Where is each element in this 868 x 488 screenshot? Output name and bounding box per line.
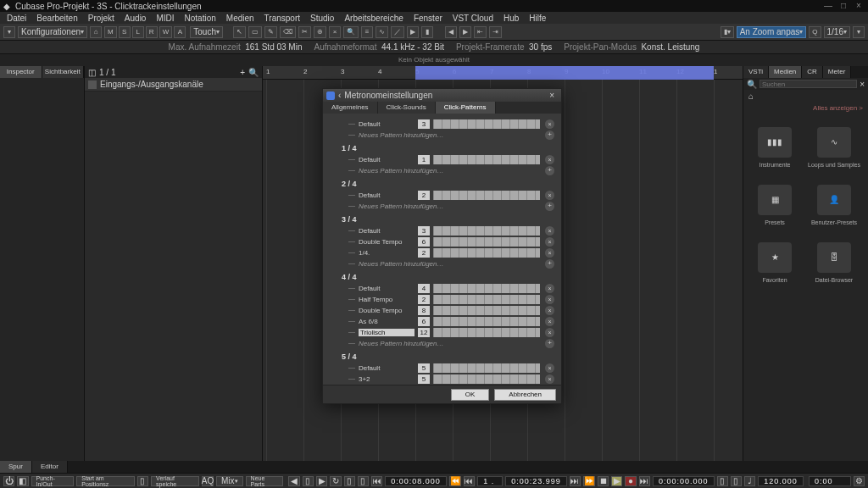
menu-vst cloud[interactable]: VST Cloud xyxy=(448,14,498,23)
delete-pattern-icon[interactable]: × xyxy=(545,226,554,236)
pattern-name[interactable]: As 6/8 xyxy=(359,318,415,325)
track-search-icon[interactable]: 🔍 xyxy=(248,68,259,77)
clear-search-icon[interactable]: × xyxy=(860,80,865,89)
pattern-row[interactable]: Triolisch12× xyxy=(348,327,554,338)
dialog-tab-0[interactable]: Allgemeines xyxy=(323,102,378,114)
menu-bearbeiten[interactable]: Bearbeiten xyxy=(31,14,82,23)
constrain-icon[interactable]: ◧ xyxy=(17,476,28,486)
add-pattern-row[interactable]: Neues Pattern hinzufügen…+ xyxy=(348,201,554,212)
menu-transport[interactable]: Transport xyxy=(259,14,305,23)
play-icon[interactable]: ▶ xyxy=(611,476,622,486)
quantize-label[interactable]: Q xyxy=(809,26,821,38)
goto-start-icon[interactable]: ⏮ xyxy=(371,476,382,486)
menu-projekt[interactable]: Projekt xyxy=(83,14,120,23)
pattern-preview[interactable] xyxy=(433,237,540,247)
marker-prev-icon[interactable]: ▯ xyxy=(344,476,355,486)
maximize-button[interactable]: □ xyxy=(837,2,849,10)
cancel-button[interactable]: Abbrechen xyxy=(494,389,556,401)
visibility-icon[interactable]: ◫ xyxy=(88,68,96,77)
tempo-icon[interactable]: ♩ xyxy=(744,476,755,486)
media-tile-fav[interactable]: ★Favoriten xyxy=(747,236,803,290)
history-toggle[interactable]: ▾ xyxy=(3,26,15,38)
tab-meter[interactable]: Meter xyxy=(823,66,851,78)
pattern-preview[interactable] xyxy=(433,191,540,200)
pattern-preview[interactable] xyxy=(433,155,540,164)
pattern-count[interactable]: 2 xyxy=(418,248,430,258)
toolbar-l[interactable]: L xyxy=(132,26,144,38)
nudge-left[interactable]: ◀ xyxy=(445,26,457,38)
delete-pattern-icon[interactable]: × xyxy=(545,155,554,164)
power-icon[interactable]: ⏻ xyxy=(3,476,14,486)
pattern-row[interactable]: Default2× xyxy=(348,190,554,201)
dialog-back-icon[interactable]: ‹ xyxy=(338,91,341,100)
prev-icon[interactable]: ⏮ xyxy=(464,476,475,486)
ok-button[interactable]: OK xyxy=(451,389,490,401)
pattern-name[interactable]: Default xyxy=(359,227,415,235)
erase-tool[interactable]: ⌫ xyxy=(280,26,296,38)
pattern-preview[interactable] xyxy=(433,374,540,384)
pattern-name[interactable]: 1/4. xyxy=(359,249,415,257)
position-bar-display[interactable]: 1 . xyxy=(477,476,503,486)
next-icon[interactable]: ⏭ xyxy=(570,476,581,486)
mix-button[interactable]: Mix▾ xyxy=(216,476,243,486)
pattern-count[interactable]: 12 xyxy=(418,328,430,337)
delete-pattern-icon[interactable]: × xyxy=(545,237,554,247)
pattern-name[interactable]: Double Tempo xyxy=(359,238,415,246)
media-tile-presets[interactable]: ▦Presets xyxy=(747,178,803,232)
toolbar-s[interactable]: S xyxy=(119,26,131,38)
tab-sichtbarkeit[interactable]: Sichtbarkeit xyxy=(42,66,85,78)
dialog-tab-2[interactable]: Click-Patterns xyxy=(436,102,496,114)
pattern-count[interactable]: 8 xyxy=(418,306,430,315)
delete-pattern-icon[interactable]: × xyxy=(545,363,554,373)
media-search-input[interactable] xyxy=(760,80,857,88)
home-icon[interactable]: ⌂ xyxy=(748,92,754,101)
show-all-link[interactable]: Alles anzeigen > xyxy=(743,102,868,114)
new-parts-button[interactable]: Neue Parts xyxy=(246,476,284,486)
loop-left-icon[interactable]: ◀ xyxy=(288,476,299,486)
pattern-preview[interactable] xyxy=(433,328,540,337)
pattern-row[interactable]: 1/4.2× xyxy=(348,247,554,258)
pattern-name[interactable]: Default xyxy=(359,191,415,199)
tab-spur[interactable]: Spur xyxy=(0,461,32,473)
sync-icon[interactable]: ▯ xyxy=(717,476,728,486)
toolbar-a[interactable]: A xyxy=(174,26,186,38)
play-tool[interactable]: ▶ xyxy=(407,26,419,38)
dialog-tab-1[interactable]: Click-Sounds xyxy=(378,102,436,114)
tab-cr[interactable]: CR xyxy=(802,66,823,78)
draw-tool[interactable]: ✎ xyxy=(264,26,277,38)
add-pattern-icon[interactable]: + xyxy=(545,130,554,140)
record-icon[interactable]: ● xyxy=(625,476,636,486)
trim-start[interactable]: ⇤ xyxy=(474,26,487,38)
cycle-icon[interactable]: ↻ xyxy=(330,476,341,486)
goto-end-icon[interactable]: ⏭ xyxy=(639,476,650,486)
ffwd-icon[interactable]: ⏩ xyxy=(583,476,595,486)
pattern-preview[interactable] xyxy=(433,284,540,293)
pattern-name[interactable]: Triolisch xyxy=(359,329,415,336)
left-locator-display[interactable]: 0:00:08.000 xyxy=(385,476,447,486)
zoom-tool[interactable]: 🔍 xyxy=(343,26,359,38)
add-track-icon[interactable]: + xyxy=(240,68,245,77)
toolbar-w[interactable]: W xyxy=(159,26,173,38)
add-pattern-row[interactable]: Neues Pattern hinzufügen…+ xyxy=(348,338,554,349)
pattern-preview[interactable] xyxy=(433,119,540,129)
menu-medien[interactable]: Medien xyxy=(221,14,259,23)
click-icon[interactable]: ▯ xyxy=(731,476,742,486)
position-time-display[interactable]: 0:00:23.999 xyxy=(505,476,567,486)
media-tile-userp[interactable]: 👤Benutzer-Presets xyxy=(806,178,862,232)
line-tool[interactable]: ／ xyxy=(391,26,404,38)
delete-pattern-icon[interactable]: × xyxy=(545,328,554,337)
add-pattern-row[interactable]: Neues Pattern hinzufügen…+ xyxy=(348,130,554,141)
menu-fenster[interactable]: Fenster xyxy=(409,14,448,23)
pattern-preview[interactable] xyxy=(433,248,540,258)
trim-end[interactable]: ⇥ xyxy=(489,26,502,38)
pattern-preview[interactable] xyxy=(433,306,540,315)
tab-inspector[interactable]: Inspector xyxy=(0,66,42,78)
pattern-name[interactable]: Default xyxy=(359,364,415,372)
pattern-row[interactable]: Default1× xyxy=(348,154,554,165)
marker-next-icon[interactable]: ▯ xyxy=(358,476,369,486)
close-button[interactable]: × xyxy=(853,2,865,10)
delete-pattern-icon[interactable]: × xyxy=(545,317,554,326)
pattern-preview[interactable] xyxy=(433,226,540,236)
add-pattern-row[interactable]: Neues Pattern hinzufügen…+ xyxy=(348,165,554,176)
pattern-name[interactable]: Default xyxy=(359,285,415,292)
